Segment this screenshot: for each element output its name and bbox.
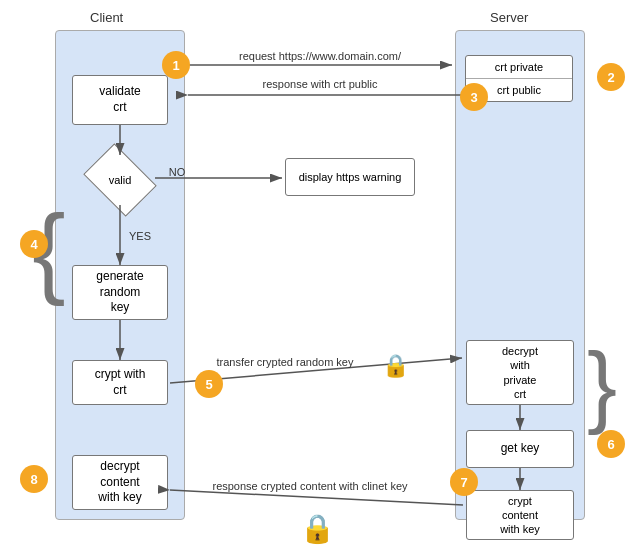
badge-3: 3 [460, 83, 488, 111]
step5-label: transfer crypted random key [190, 356, 380, 368]
generate-random-key-box: generate random key [72, 265, 168, 320]
badge-4-label: 4 [30, 237, 37, 252]
badge-7-label: 7 [460, 475, 467, 490]
badge-8: 8 [20, 465, 48, 493]
validate-crt-label: validate crt [99, 84, 140, 115]
server-label: Server [490, 10, 528, 25]
crypt-with-crt-label: crypt with crt [95, 367, 146, 398]
display-https-warning-label: display https warning [299, 170, 402, 184]
validate-crt-box: validate crt [72, 75, 168, 125]
badge-6-label: 6 [607, 437, 614, 452]
badge-2: 2 [597, 63, 625, 91]
decrypt-private-crt-label: decrypt with private crt [502, 344, 538, 401]
badge-1: 1 [162, 51, 190, 79]
client-label: Client [90, 10, 123, 25]
badge-6: 6 [597, 430, 625, 458]
badge-4: 4 [20, 230, 48, 258]
lock-icon-step5: 🔒 [382, 353, 409, 379]
yes-label: YES [125, 230, 155, 242]
step3-label: response with crt public [220, 78, 420, 90]
valid-diamond-wrapper: valid [85, 155, 155, 205]
step7-label: response crypted content with clinet key [175, 480, 445, 492]
get-key-box: get key [466, 430, 574, 468]
no-label: NO [162, 166, 192, 178]
display-https-warning-box: display https warning [285, 158, 415, 196]
lock-icon-step7: 🔒 [300, 512, 335, 545]
badge-5: 5 [195, 370, 223, 398]
crt-private-label: crt private [466, 56, 572, 79]
generate-random-key-label: generate random key [96, 269, 143, 316]
valid-diamond-text: valid [90, 158, 150, 202]
badge-5-label: 5 [205, 377, 212, 392]
crypt-content-key-box: crypt content with key [466, 490, 574, 540]
badge-3-label: 3 [470, 90, 477, 105]
badge-1-label: 1 [172, 58, 179, 73]
diagram-container: Client Server validate crt valid generat… [0, 0, 640, 553]
decrypt-content-box: decrypt content with key [72, 455, 168, 510]
get-key-label: get key [501, 441, 540, 457]
svg-line-11 [170, 490, 463, 505]
crypt-with-crt-box: crypt with crt [72, 360, 168, 405]
crypt-content-key-label: crypt content with key [500, 494, 540, 537]
badge-2-label: 2 [607, 70, 614, 85]
brace-6: } [587, 340, 617, 430]
badge-8-label: 8 [30, 472, 37, 487]
badge-7: 7 [450, 468, 478, 496]
decrypt-content-label: decrypt content with key [98, 459, 141, 506]
decrypt-private-crt-box: decrypt with private crt [466, 340, 574, 405]
step1-label: request https://www.domain.com/ [200, 50, 440, 62]
